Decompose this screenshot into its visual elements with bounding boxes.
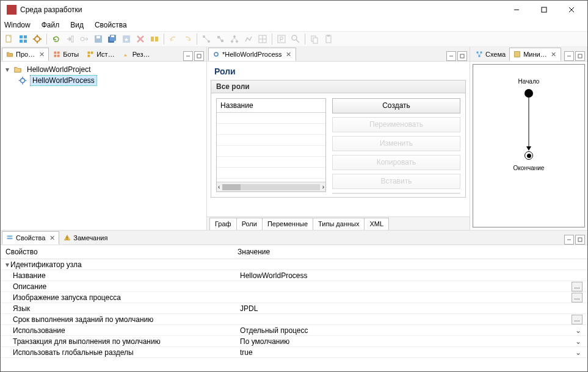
export-icon[interactable] xyxy=(64,33,76,45)
editor-tab-process[interactable]: *HelloWorldProcess ✕ xyxy=(208,48,296,61)
delete-icon[interactable] xyxy=(134,33,147,45)
ellipsis-button[interactable]: … xyxy=(572,315,583,324)
tab-minimap[interactable]: Мини… ✕ xyxy=(509,48,561,61)
tab-sources[interactable]: Ист… xyxy=(82,48,118,61)
graph4-icon[interactable] xyxy=(242,33,255,45)
scroll-right-icon[interactable]: › xyxy=(322,184,324,190)
save-icon[interactable] xyxy=(92,33,104,45)
grid-row[interactable] xyxy=(217,124,325,135)
graph1-icon[interactable] xyxy=(200,33,212,45)
grid-row[interactable] xyxy=(217,135,325,146)
property-row[interactable]: Транзакция для выполнения по умолчанию П… xyxy=(1,336,587,347)
column-name[interactable]: Название xyxy=(217,99,325,113)
property-row[interactable]: Описание … xyxy=(1,281,587,292)
prop-value[interactable]: JPDL xyxy=(238,304,583,313)
tab-schema[interactable]: Схема xyxy=(471,48,509,61)
undo-icon[interactable] xyxy=(167,33,180,45)
maximize-panel-button[interactable] xyxy=(457,51,467,61)
tab-properties[interactable]: Свойства ✕ xyxy=(2,231,59,245)
prop-value[interactable]: По умолчанию xyxy=(238,337,574,346)
dropdown-icon[interactable]: ⌄ xyxy=(574,348,583,357)
compare-icon[interactable] xyxy=(148,33,161,45)
menu-view[interactable]: Вид xyxy=(70,21,84,29)
redo-icon[interactable] xyxy=(181,33,194,45)
minimize-button[interactable] xyxy=(503,1,530,18)
tab-projects[interactable]: Про… ✕ xyxy=(2,48,49,61)
tab-roles[interactable]: Роли xyxy=(237,218,263,230)
property-row[interactable]: Использовать глобальные разделы true ⌄ xyxy=(1,347,587,358)
property-row[interactable]: Язык JPDL xyxy=(1,303,587,314)
ellipsis-button[interactable]: … xyxy=(572,293,583,302)
graph3-icon[interactable] xyxy=(228,33,241,45)
property-row[interactable]: Срок выполнения заданий по умолчанию … xyxy=(1,314,587,325)
tree-process-node[interactable]: HelloWorldProcess xyxy=(4,75,203,86)
close-icon[interactable]: ✕ xyxy=(285,51,292,58)
menu-window[interactable]: Window xyxy=(4,21,31,29)
graph5-icon[interactable] xyxy=(256,33,269,45)
expand-icon[interactable]: ▾ xyxy=(5,260,9,269)
gear-icon[interactable] xyxy=(31,33,43,45)
new-file-icon[interactable] xyxy=(3,33,15,45)
maximize-button[interactable] xyxy=(530,1,557,18)
minimap-diagram[interactable]: Начало Окончание xyxy=(473,64,585,227)
tree-project-node[interactable]: ▾ HellowWorldProject xyxy=(4,64,203,75)
menu-file[interactable]: Файл xyxy=(42,21,60,29)
minimize-panel-button[interactable] xyxy=(564,51,574,61)
maximize-panel-button[interactable] xyxy=(575,235,585,245)
paste-button[interactable]: Вставить xyxy=(332,174,460,189)
import-icon[interactable] xyxy=(78,33,90,45)
tab-vars[interactable]: Переменные xyxy=(263,218,313,230)
search-button[interactable]: Искать xyxy=(332,193,460,194)
zoom-icon[interactable] xyxy=(289,33,302,45)
menu-properties[interactable]: Свойства xyxy=(95,21,127,29)
grid-row[interactable] xyxy=(217,157,325,168)
grid-row[interactable] xyxy=(217,168,325,179)
expand-icon[interactable]: ▾ xyxy=(4,65,10,74)
property-row[interactable]: Использование Отдельный процесс ⌄ xyxy=(1,325,587,336)
prop-value[interactable]: Отдельный процесс xyxy=(238,326,574,335)
paste-icon[interactable] xyxy=(322,33,335,45)
tab-results[interactable]: Рез… xyxy=(118,48,154,61)
tab-notes[interactable]: ! Замечания xyxy=(59,231,111,245)
close-icon[interactable]: ✕ xyxy=(38,51,45,58)
maximize-panel-button[interactable] xyxy=(194,51,204,61)
grid-row[interactable] xyxy=(217,146,325,157)
rename-button[interactable]: Переименовать xyxy=(332,117,460,132)
save-new-icon[interactable]: ★ xyxy=(120,33,132,45)
prop-value[interactable]: HellowWorldProcess xyxy=(238,271,583,280)
scroll-left-icon[interactable]: ‹ xyxy=(218,184,220,190)
svg-rect-51 xyxy=(88,52,90,54)
p-box-icon[interactable]: P xyxy=(275,33,288,45)
grid-row[interactable] xyxy=(217,113,325,124)
property-row[interactable]: Название HellowWorldProcess xyxy=(1,270,587,281)
minimize-panel-button[interactable] xyxy=(446,51,456,61)
prop-value[interactable]: true xyxy=(238,348,574,357)
maximize-panel-button[interactable] xyxy=(575,51,585,61)
copy-icon[interactable] xyxy=(308,33,321,45)
tab-bots[interactable]: Боты xyxy=(49,48,82,61)
grid-icon[interactable] xyxy=(17,33,29,45)
svg-rect-65 xyxy=(481,52,482,54)
property-row[interactable]: Изображение запуска процесса … xyxy=(1,292,587,303)
refresh-icon[interactable] xyxy=(50,33,62,45)
tab-graph[interactable]: Граф xyxy=(209,218,237,230)
tab-types[interactable]: Типы данных xyxy=(313,218,365,230)
edit-button[interactable]: Изменить xyxy=(332,136,460,151)
ellipsis-button[interactable]: … xyxy=(572,282,583,292)
close-button[interactable] xyxy=(557,1,585,18)
dropdown-icon[interactable]: ⌄ xyxy=(574,337,583,346)
copy-button[interactable]: Копировать xyxy=(332,155,460,170)
save-all-icon[interactable] xyxy=(106,33,118,45)
horizontal-scrollbar[interactable]: ‹ › xyxy=(217,182,325,191)
roles-grid[interactable]: Название ‹ xyxy=(216,98,326,192)
minimize-panel-button[interactable] xyxy=(183,51,193,61)
close-icon[interactable]: ✕ xyxy=(550,51,557,58)
tab-xml[interactable]: XML xyxy=(365,218,389,230)
property-row[interactable]: ▾Идентификатор узла xyxy=(1,259,587,270)
minimize-panel-button[interactable] xyxy=(564,235,574,245)
graph2-icon[interactable] xyxy=(214,33,227,45)
close-icon[interactable]: ✕ xyxy=(48,234,56,241)
project-tree[interactable]: ▾ HellowWorldProject HelloWorldProcess xyxy=(1,62,206,230)
create-button[interactable]: Создать xyxy=(332,98,460,113)
dropdown-icon[interactable]: ⌄ xyxy=(574,326,583,335)
